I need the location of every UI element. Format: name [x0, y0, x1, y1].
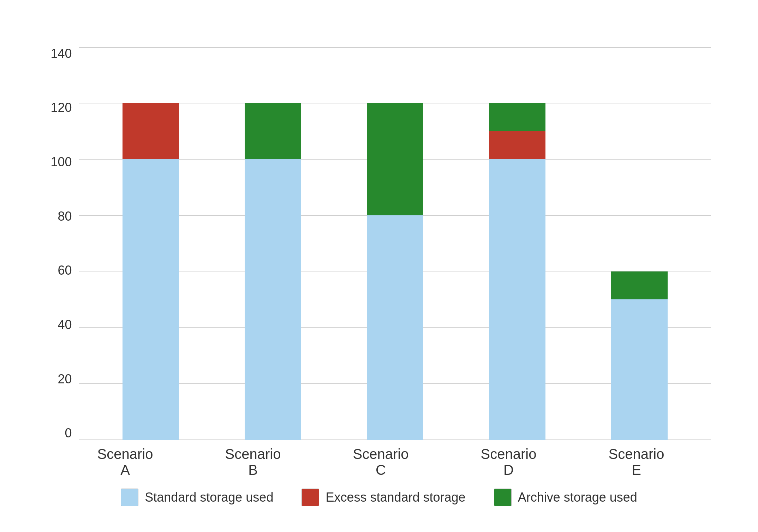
y-label: 140 [51, 47, 72, 60]
bar-segment-archive [367, 103, 423, 215]
legend-swatch [302, 489, 319, 506]
y-label: 20 [51, 373, 72, 385]
bar-stack [611, 271, 668, 440]
bar-segment-excess [123, 103, 179, 159]
bar-stack [123, 103, 179, 440]
legend-item: Standard storage used [121, 489, 273, 506]
y-label: 120 [51, 101, 72, 114]
bar-stack [489, 103, 545, 440]
bar-segment-standard [611, 299, 668, 440]
y-label: 0 [51, 427, 72, 440]
chart-area: 140120100806040200 Scenario AScenario BS… [47, 47, 711, 478]
legend-label: Excess standard storage [326, 490, 465, 505]
legend-label: Archive storage used [518, 490, 637, 505]
legend-swatch [121, 489, 138, 506]
legend: Standard storage usedExcess standard sto… [121, 489, 637, 506]
x-label: Scenario A [97, 446, 154, 478]
bar-group [611, 47, 668, 440]
bar-segment-standard [489, 159, 545, 440]
bar-group [367, 47, 423, 440]
bar-segment-archive [611, 271, 668, 299]
bar-group [245, 47, 301, 440]
bar-segment-standard [367, 215, 423, 440]
bar-segment-excess [489, 131, 545, 159]
x-labels: Scenario AScenario BScenario CScenario D… [51, 440, 711, 478]
bar-segment-archive [489, 103, 545, 131]
legend-item: Excess standard storage [302, 489, 465, 506]
y-label: 60 [51, 264, 72, 277]
y-label: 80 [51, 210, 72, 223]
bar-segment-archive [245, 103, 301, 159]
x-label: Scenario D [481, 446, 537, 478]
bar-segment-standard [123, 159, 179, 440]
y-labels: 140120100806040200 [51, 47, 72, 440]
bar-stack [367, 103, 423, 440]
bar-stack [245, 103, 301, 440]
grid-and-bars [79, 47, 711, 440]
chart-container: 140120100806040200 Scenario AScenario BS… [26, 19, 732, 513]
bar-segment-standard [245, 159, 301, 440]
x-label: Scenario B [225, 446, 281, 478]
bar-group [123, 47, 179, 440]
legend-item: Archive storage used [494, 489, 637, 506]
x-label: Scenario C [353, 446, 409, 478]
chart-inner: 140120100806040200 Scenario AScenario BS… [51, 47, 711, 478]
x-label: Scenario E [608, 446, 665, 478]
legend-swatch [494, 489, 512, 506]
bars-row [79, 47, 711, 440]
legend-label: Standard storage used [145, 490, 273, 505]
y-label: 40 [51, 318, 72, 331]
bar-group [489, 47, 545, 440]
y-label: 100 [51, 156, 72, 168]
plot-area: 140120100806040200 [51, 47, 711, 440]
